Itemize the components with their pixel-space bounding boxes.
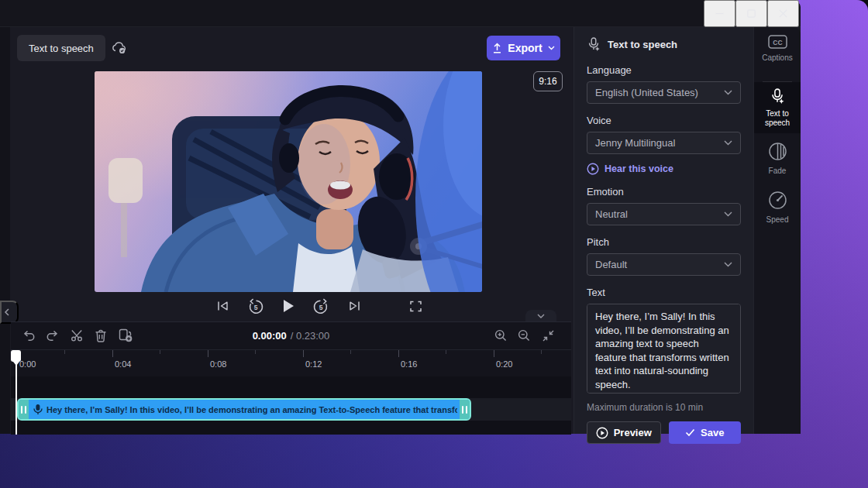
- rewind-5-button[interactable]: 5: [247, 297, 264, 315]
- svg-text:CC: CC: [773, 39, 782, 46]
- export-button[interactable]: Export: [487, 36, 560, 60]
- hear-this-voice-button[interactable]: Hear this voice: [587, 163, 673, 175]
- export-label: Export: [508, 42, 542, 54]
- ruler-label: 0:00: [19, 359, 36, 369]
- ruler-tick: [208, 350, 208, 357]
- collapsed-sidebar: [0, 27, 10, 434]
- preview-label: Preview: [614, 427, 652, 438]
- aspect-ratio-value: 9:16: [539, 76, 556, 87]
- mic-icon: [33, 404, 43, 416]
- skip-to-start-button[interactable]: [214, 297, 231, 315]
- emotion-select[interactable]: Neutral: [587, 203, 741, 225]
- chevron-down-icon: [724, 140, 732, 146]
- play-circle-icon: [596, 427, 608, 439]
- play-button[interactable]: [281, 297, 296, 315]
- skip-to-start-icon: [216, 300, 229, 312]
- voice-value: Jenny Multilingual: [595, 137, 675, 149]
- clip-name-chip[interactable]: Text to speech: [17, 35, 105, 61]
- clip-trim-handle-right[interactable]: [460, 400, 470, 419]
- preview-button[interactable]: Preview: [587, 421, 661, 444]
- sidebar-collapse-toggle[interactable]: [0, 301, 19, 324]
- ruler-tick: [398, 350, 399, 357]
- chevron-down-icon: [724, 262, 732, 267]
- chevron-down-icon: [724, 90, 732, 95]
- fullscreen-button[interactable]: [407, 297, 424, 315]
- language-select[interactable]: English (United States): [587, 81, 741, 104]
- tool-tab-strip: CC Captions Text to speech Fade Speed: [753, 27, 801, 434]
- tts-text-input[interactable]: Hey there, I’m Sally! In this video, I’l…: [587, 304, 741, 393]
- language-value: English (United States): [595, 87, 698, 98]
- svg-text:5: 5: [254, 303, 258, 311]
- video-preview: [95, 71, 482, 292]
- checkmark-icon: [685, 428, 695, 437]
- timeline-time-display: 0.00:00 / 0.23:00: [11, 322, 571, 349]
- fade-icon: [767, 141, 788, 162]
- fit-to-timeline-button[interactable]: [539, 326, 556, 345]
- tab-speed[interactable]: Speed: [754, 182, 801, 231]
- zoom-in-icon: [494, 329, 507, 342]
- tab-captions[interactable]: CC Captions: [754, 27, 801, 76]
- transport-bar: 5 5: [95, 292, 482, 320]
- hear-this-voice-label: Hear this voice: [604, 163, 673, 174]
- skip-to-end-button[interactable]: [346, 297, 363, 315]
- pitch-select[interactable]: Default: [587, 253, 741, 276]
- minimize-button[interactable]: [704, 0, 735, 27]
- tab-fade[interactable]: Fade: [754, 133, 801, 182]
- tab-captions-label: Captions: [760, 53, 795, 63]
- zoom-out-button[interactable]: [515, 326, 532, 345]
- pitch-label: Pitch: [587, 236, 741, 248]
- ruler-tick-minor: [350, 350, 351, 354]
- fit-to-screen-icon: [542, 330, 554, 342]
- emotion-value: Neutral: [595, 208, 628, 220]
- aspect-ratio-badge[interactable]: 9:16: [533, 71, 563, 91]
- tab-speed-label: Speed: [760, 215, 795, 225]
- clip-trim-handle-left[interactable]: [19, 400, 29, 419]
- mic-sparkle-icon: [587, 37, 601, 52]
- playhead[interactable]: [11, 350, 21, 362]
- ruler-tick: [303, 350, 304, 357]
- maximize-icon: [747, 9, 756, 18]
- maximize-button[interactable]: [735, 0, 767, 27]
- ruler-tick-minor: [446, 350, 446, 354]
- ruler-tick-minor: [64, 350, 65, 354]
- titlebar: [0, 0, 801, 27]
- ruler-tick-minor: [541, 350, 542, 354]
- chevron-down-icon: [537, 314, 545, 318]
- save-button[interactable]: Save: [669, 421, 742, 444]
- rewind-5-icon: 5: [247, 298, 264, 314]
- export-icon: [492, 43, 502, 53]
- play-icon: [283, 299, 294, 313]
- ruler-label: 0:12: [305, 359, 322, 369]
- ruler-label: 0:20: [496, 359, 512, 369]
- text-to-speech-panel: Text to speech Language English (United …: [574, 27, 753, 434]
- tab-fade-label: Fade: [760, 167, 795, 176]
- timeline-ruler[interactable]: 0:00 0:04 0:08 0:12 0:16 0:20: [11, 349, 571, 376]
- tab-text-to-speech[interactable]: Text to speech: [754, 82, 801, 133]
- skip-to-end-icon: [348, 300, 361, 312]
- forward-5-button[interactable]: 5: [312, 297, 329, 315]
- clip-name-label: Text to speech: [29, 43, 94, 54]
- play-circle-icon: [587, 163, 599, 175]
- close-button[interactable]: [767, 0, 799, 27]
- close-icon: [779, 9, 787, 18]
- panel-title: Text to speech: [608, 39, 677, 50]
- ruler-label: 0:16: [401, 359, 417, 369]
- captions-icon: CC: [768, 35, 787, 49]
- ruler-tick: [494, 350, 494, 357]
- text-label: Text: [587, 287, 741, 298]
- chevron-down-icon: [548, 46, 555, 50]
- svg-text:5: 5: [319, 303, 323, 311]
- save-label: Save: [701, 427, 724, 438]
- zoom-in-button[interactable]: [492, 326, 509, 345]
- voice-select[interactable]: Jenny Multilingual: [587, 132, 741, 154]
- speed-icon: [767, 190, 788, 211]
- timeline: 0.00:00 / 0.23:00: [11, 321, 571, 434]
- tts-audio-clip[interactable]: Hey there, I’m Sally! In this video, I’l…: [17, 398, 471, 421]
- zoom-out-icon: [518, 329, 530, 342]
- ruler-tick-minor: [160, 350, 160, 354]
- timeline-collapse-toggle[interactable]: [525, 310, 556, 321]
- cloud-saved-icon: [111, 41, 128, 54]
- emotion-label: Emotion: [587, 186, 741, 198]
- tab-text-to-speech-label: Text to speech: [760, 109, 795, 128]
- max-duration-note: Maximum duration is 10 min: [587, 402, 741, 413]
